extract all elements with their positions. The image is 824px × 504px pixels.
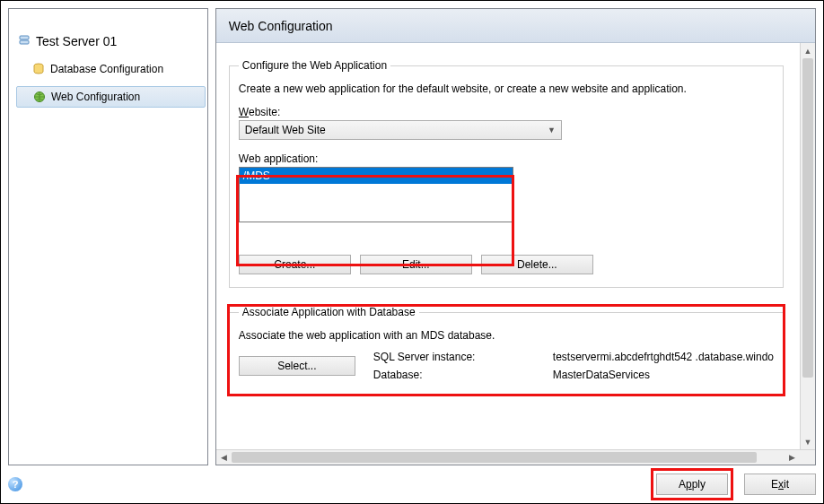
database-icon — [32, 63, 45, 75]
server-icon — [18, 35, 31, 48]
associate-description: Associate the web application with an MD… — [239, 329, 774, 342]
scroll-corner — [800, 450, 815, 465]
sidebar-item-web-configuration[interactable]: Web Configuration — [16, 86, 206, 108]
webapp-button-row: Create... Edit... Delete... — [239, 255, 774, 274]
svg-rect-0 — [20, 36, 29, 39]
associate-database-group: Associate Application with Database Asso… — [229, 306, 784, 395]
scroll-left-icon[interactable]: ◀ — [216, 450, 232, 465]
globe-icon — [33, 91, 46, 103]
config-manager-window: Test Server 01 Database Configuration We… — [0, 0, 824, 504]
webapp-item-mds[interactable]: /MDS — [240, 168, 513, 184]
sidebar-item-label: Web Configuration — [51, 91, 140, 103]
website-value: Default Web Site — [245, 124, 326, 136]
associate-legend: Associate Application with Database — [239, 306, 419, 318]
scroll-track[interactable] — [801, 58, 815, 434]
scroll-up-icon[interactable]: ▲ — [801, 43, 815, 58]
sidebar-item-label: Database Configuration — [50, 63, 163, 75]
edit-button[interactable]: Edit... — [360, 255, 472, 274]
webapp-label: Web application: — [239, 152, 513, 165]
sidebar: Test Server 01 Database Configuration We… — [8, 8, 208, 465]
configure-description: Create a new web application for the def… — [239, 83, 774, 95]
website-dropdown[interactable]: Default Web Site ▼ — [239, 120, 562, 140]
webapp-listbox[interactable]: /MDS — [239, 167, 513, 222]
main-panel: Web Configuration Configure the Web Appl… — [215, 8, 816, 465]
page-title-text: Web Configuration — [229, 19, 333, 33]
website-label: Website: — [239, 106, 774, 118]
body: Test Server 01 Database Configuration We… — [8, 8, 816, 465]
svg-rect-1 — [20, 40, 29, 44]
scroll-track-h[interactable] — [232, 450, 785, 465]
sql-instance-label: SQL Server instance: — [373, 351, 544, 363]
apply-button[interactable]: Apply — [656, 474, 728, 495]
highlight-apply: Apply — [651, 468, 733, 500]
help-icon[interactable]: ? — [8, 477, 22, 491]
exit-button[interactable]: Exit — [744, 474, 816, 495]
tree-root[interactable]: Test Server 01 — [16, 30, 206, 52]
database-label: Database: — [373, 369, 544, 381]
footer: ? Apply Exit — [8, 471, 816, 498]
database-value: MasterDataServices — [553, 369, 774, 381]
scroll-thumb[interactable] — [802, 58, 813, 378]
vertical-scrollbar[interactable]: ▲ ▼ — [800, 43, 815, 449]
configure-legend: Configure the Web Application — [239, 59, 390, 72]
scroll-down-icon[interactable]: ▼ — [801, 434, 815, 449]
content: Configure the Web Application Create a n… — [216, 43, 800, 449]
scroll-thumb-h[interactable] — [232, 452, 757, 463]
assoc-grid: Select... SQL Server instance: testserve… — [239, 351, 774, 381]
sidebar-item-database-configuration[interactable]: Database Configuration — [16, 59, 206, 79]
sql-instance-value: testservermi.abcdefrtghdt542 .database.w… — [553, 351, 774, 363]
create-button[interactable]: Create... — [239, 255, 351, 274]
footer-buttons: Apply Exit — [651, 468, 816, 500]
delete-button[interactable]: Delete... — [481, 255, 593, 274]
chevron-down-icon: ▼ — [548, 126, 556, 135]
horizontal-scrollbar[interactable]: ◀ ▶ — [216, 449, 815, 465]
content-wrap: Configure the Web Application Create a n… — [216, 43, 815, 449]
tree-root-label: Test Server 01 — [36, 34, 117, 48]
configure-webapp-group: Configure the Web Application Create a n… — [229, 59, 784, 288]
scroll-right-icon[interactable]: ▶ — [785, 450, 800, 465]
select-button[interactable]: Select... — [239, 356, 355, 376]
page-title: Web Configuration — [216, 9, 815, 43]
